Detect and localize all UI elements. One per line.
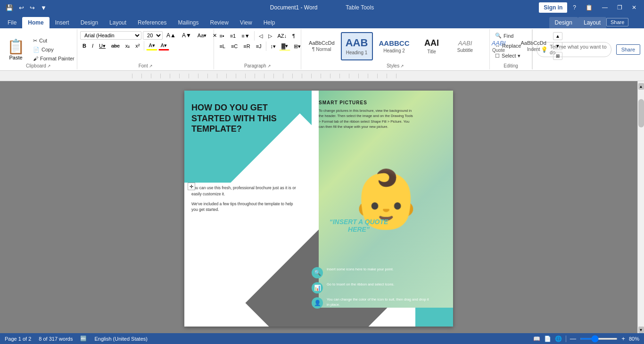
quote-text[interactable]: “INSERT A QUOTE HERE” — [321, 218, 396, 233]
bold-button[interactable]: B — [80, 42, 89, 50]
line-spacing-button[interactable]: ↕▾ — [268, 42, 279, 50]
minimize-button[interactable]: — — [598, 2, 611, 13]
tab-table-design[interactable]: Design — [549, 17, 578, 28]
tab-mailings[interactable]: Mailings — [172, 17, 204, 28]
find-button[interactable]: 🔍 Find — [493, 31, 516, 40]
align-left-button[interactable]: ≡L — [217, 42, 228, 50]
redo-button[interactable]: ↪ — [28, 3, 37, 12]
styles-scroll-down-button[interactable]: ▼ — [553, 42, 562, 50]
language[interactable]: English (United States) — [94, 336, 148, 342]
paragraph-expand-icon[interactable]: ↗ — [267, 64, 271, 68]
table-move-handle[interactable]: ✛ — [188, 183, 195, 190]
save-button[interactable]: 💾 — [4, 3, 15, 12]
style-normal[interactable]: AaBbCcDd ¶ Normal — [304, 32, 339, 60]
document-body[interactable]: You can use this fresh, professional bro… — [191, 185, 300, 217]
font-size-select[interactable]: 20 — [143, 31, 163, 40]
font-color-button[interactable]: A▾ — [158, 42, 169, 50]
align-right-button[interactable]: ≡R — [241, 42, 252, 50]
scroll-thumb[interactable] — [638, 99, 644, 127]
copy-button[interactable]: 📄 Copy — [31, 45, 77, 54]
style-heading2[interactable]: AABBCC Heading 2 — [374, 32, 414, 60]
read-mode-button[interactable]: 📖 — [533, 336, 540, 342]
bullets-button[interactable]: ≡• — [217, 32, 226, 40]
icon-row-2: 📊 Go to Insert on the ribbon and select … — [312, 282, 429, 294]
ribbon-display-button[interactable]: 📋 — [582, 2, 596, 13]
change-case-button[interactable]: Aa▾ — [195, 32, 209, 40]
paragraph-group-label: Paragraph ↗ — [214, 63, 301, 68]
format-painter-icon: 🖌 — [33, 56, 38, 61]
undo-button[interactable]: ↩ — [17, 3, 26, 12]
status-bar: Page 1 of 2 8 of 317 words 🔤 English (Un… — [0, 333, 644, 344]
tab-references[interactable]: References — [132, 17, 172, 28]
style-heading2-label: Heading 2 — [383, 48, 405, 53]
format-painter-button[interactable]: 🖌 Format Painter — [31, 54, 77, 63]
tab-design[interactable]: Design — [75, 17, 104, 28]
tab-home[interactable]: Home — [22, 17, 49, 28]
zoom-in-button[interactable]: + — [621, 335, 625, 342]
tab-table-layout[interactable]: Layout — [578, 17, 606, 28]
justify-button[interactable]: ≡J — [254, 42, 264, 50]
scroll-down-button[interactable]: ▼ — [638, 327, 644, 333]
help-ribbon-button[interactable]: ? — [569, 2, 580, 13]
styles-scroll-up-button[interactable]: ▲ — [553, 32, 562, 40]
sign-in-button[interactable]: Sign in — [539, 2, 567, 13]
style-heading2-preview: AABBCC — [379, 39, 410, 47]
paste-label: Paste — [9, 55, 22, 60]
cut-button[interactable]: ✂ Cut — [31, 36, 77, 45]
tab-file[interactable]: File — [2, 17, 22, 28]
scroll-up-button[interactable]: ▲ — [638, 83, 644, 90]
doc-title: Document1 - Word — [270, 4, 317, 11]
editing-group: 🔍 Find ↔ Replace ☐ Select ▾ Editing — [490, 29, 532, 69]
tab-help[interactable]: Help — [258, 17, 281, 28]
strikethrough-button[interactable]: abc — [109, 42, 122, 50]
clipboard-expand-icon[interactable]: ↗ — [47, 64, 51, 68]
style-subtitle[interactable]: AABI Subtitle — [449, 32, 481, 60]
align-center-button[interactable]: ≡C — [229, 42, 240, 50]
select-button[interactable]: ☐ Select ▾ — [493, 51, 523, 60]
share-button[interactable]: Share — [616, 44, 640, 55]
zoom-slider[interactable] — [580, 338, 618, 340]
shading-button[interactable]: ▓▾ — [279, 42, 290, 51]
styles-more-button[interactable]: ⊞ — [553, 52, 562, 60]
close-button[interactable]: ✕ — [628, 2, 640, 13]
multilevel-list-button[interactable]: ≡▼ — [239, 32, 252, 40]
font-expand-icon[interactable]: ↗ — [149, 64, 153, 68]
web-layout-button[interactable]: 🌐 — [555, 336, 562, 342]
smart-pictures-section[interactable]: SMART PICTURES To change pictures in thi… — [319, 100, 413, 129]
tab-review[interactable]: Review — [204, 17, 234, 28]
zoom-out-button[interactable]: — — [570, 335, 576, 342]
font-name-select[interactable]: Arial (Headin — [80, 31, 141, 40]
tab-layout[interactable]: Layout — [104, 17, 132, 28]
document-page[interactable]: 👶 ✛ HOW DO YOU GET STARTED WITH THIS TEM… — [184, 91, 453, 327]
document-heading[interactable]: HOW DO YOU GET STARTED WITH THIS TEMPLAT… — [191, 102, 300, 134]
show-marks-button[interactable]: ¶ — [290, 32, 297, 40]
share-button[interactable]: Share — [606, 18, 628, 26]
zoom-level[interactable]: 80% — [629, 336, 639, 342]
font-grow-button[interactable]: A▲ — [164, 31, 178, 40]
proofing-icon[interactable]: 🔤 — [80, 336, 87, 342]
tab-view[interactable]: View — [234, 17, 258, 28]
document-area: 👶 ✛ HOW DO YOU GET STARTED WITH THIS TEM… — [0, 81, 644, 333]
style-title[interactable]: AAI Title — [416, 32, 448, 60]
quick-access-more-button[interactable]: ▼ — [39, 3, 49, 12]
superscript-button[interactable]: x² — [133, 42, 142, 50]
tab-insert[interactable]: Insert — [50, 17, 75, 28]
subscript-button[interactable]: x₂ — [123, 42, 132, 50]
style-subtitle-label: Subtitle — [457, 48, 473, 53]
style-heading1[interactable]: AAB Heading 1 — [341, 32, 373, 60]
numbering-button[interactable]: ≡1 — [228, 32, 239, 40]
italic-button[interactable]: I — [90, 42, 96, 50]
replace-button[interactable]: ↔ Replace — [493, 42, 523, 50]
sort-button[interactable]: AZ↓ — [275, 32, 289, 40]
paste-button[interactable]: 📋 Paste — [3, 36, 29, 63]
font-shrink-button[interactable]: A▼ — [180, 31, 194, 40]
print-layout-button[interactable]: 📄 — [544, 336, 551, 342]
styles-group: AaBbCcDd ¶ Normal AAB Heading 1 AABBCC H… — [301, 29, 490, 69]
increase-indent-button[interactable]: ▷ — [266, 32, 274, 40]
underline-button[interactable]: U▾ — [97, 42, 108, 50]
vertical-scrollbar[interactable]: ▲ ▼ — [637, 81, 644, 333]
decrease-indent-button[interactable]: ◁ — [256, 32, 265, 40]
restore-button[interactable]: ❐ — [613, 2, 626, 13]
text-highlight-button[interactable]: A▾ — [146, 42, 157, 50]
styles-expand-icon[interactable]: ↗ — [400, 64, 404, 68]
